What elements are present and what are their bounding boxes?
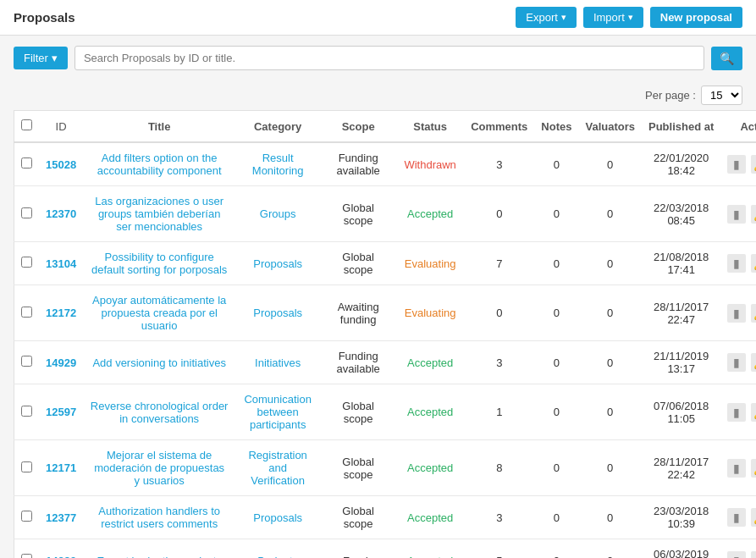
row-checkbox[interactable] <box>21 157 32 169</box>
row-status: Accepted <box>396 186 464 242</box>
row-scope: Funding available <box>320 142 396 186</box>
row-published: 21/08/2018 17:41 <box>642 242 720 285</box>
action-edit-button[interactable]: ▮ <box>727 205 746 224</box>
search-button[interactable]: 🔍 <box>711 47 742 70</box>
row-comments: 0 <box>464 285 534 341</box>
action-edit-button[interactable]: ▮ <box>727 353 746 372</box>
row-scope: Funding available <box>320 341 396 384</box>
row-status: Accepted <box>396 440 464 496</box>
row-title[interactable]: Reverse chronological order in conversat… <box>83 384 235 440</box>
row-title[interactable]: Possibility to configure default sorting… <box>83 242 235 285</box>
row-status: Accepted <box>396 341 464 384</box>
page-title: Proposals <box>14 10 75 25</box>
table-row: 14929 Add versioning to initiatives Init… <box>14 341 757 384</box>
filter-button[interactable]: Filter ▾ <box>14 47 68 69</box>
action-key-button[interactable]: 🔑 <box>751 551 756 558</box>
action-key-button[interactable]: 🔑 <box>751 304 756 323</box>
row-actions: ▮ 🔑 👁 <box>720 496 756 539</box>
row-notes: 0 <box>534 341 578 384</box>
import-button[interactable]: Import <box>583 7 643 28</box>
per-page-bar: Per page : 15 25 50 <box>0 80 756 110</box>
row-status: Evaluating <box>396 242 464 285</box>
action-key-button[interactable]: 🔑 <box>751 205 756 224</box>
row-actions: ▮ 🔑 👁 <box>720 242 756 285</box>
row-scope: Awaiting funding <box>320 285 396 341</box>
row-checkbox[interactable] <box>21 461 32 472</box>
row-notes: 0 <box>534 384 578 440</box>
action-edit-button[interactable]: ▮ <box>727 459 746 478</box>
row-checkbox-cell <box>14 496 40 539</box>
action-edit-button[interactable]: ▮ <box>727 254 746 273</box>
row-valuators: 0 <box>578 186 642 242</box>
row-comments: 0 <box>464 186 534 242</box>
row-id: 12377 <box>39 496 83 539</box>
table-row: 12597 Reverse chronological order in con… <box>14 384 757 440</box>
filter-arrow-icon: ▾ <box>52 52 58 64</box>
row-status: Accepted <box>396 384 464 440</box>
header-category: Category <box>235 111 320 143</box>
row-valuators: 0 <box>578 384 642 440</box>
row-comments: 7 <box>464 242 534 285</box>
row-id: 12171 <box>39 440 83 496</box>
row-title[interactable]: Apoyar automáticamente la propuesta crea… <box>83 285 235 341</box>
table-row: 15028 Add filters option on the accounta… <box>14 142 757 186</box>
action-key-button[interactable]: 🔑 <box>751 459 756 478</box>
action-key-button[interactable]: 🔑 <box>751 254 756 273</box>
action-edit-button[interactable]: ▮ <box>727 403 746 422</box>
action-edit-button[interactable]: ▮ <box>727 551 746 558</box>
row-checkbox[interactable] <box>21 554 32 558</box>
row-id: 15028 <box>39 142 83 186</box>
action-key-button[interactable]: 🔑 <box>751 155 756 174</box>
row-checkbox[interactable] <box>21 207 32 218</box>
row-comments: 5 <box>464 539 534 559</box>
action-key-button[interactable]: 🔑 <box>751 403 756 422</box>
action-key-button[interactable]: 🔑 <box>751 508 756 527</box>
select-all-checkbox[interactable] <box>21 119 32 130</box>
row-title[interactable]: Export budgeting projects <box>83 539 235 559</box>
row-category: Proposals <box>235 285 320 341</box>
row-published: 07/06/2018 11:05 <box>642 384 720 440</box>
export-button[interactable]: Export <box>516 7 577 28</box>
row-notes: 0 <box>534 539 578 559</box>
row-checkbox[interactable] <box>21 257 32 268</box>
action-edit-button[interactable]: ▮ <box>727 304 746 323</box>
row-checkbox[interactable] <box>21 356 32 367</box>
row-valuators: 0 <box>578 142 642 186</box>
row-title[interactable]: Las organizaciones o user groups también… <box>83 186 235 242</box>
filter-label: Filter <box>24 52 48 64</box>
row-title[interactable]: Add filters option on the accountability… <box>83 142 235 186</box>
row-status: Withdrawn <box>396 142 464 186</box>
action-edit-button[interactable]: ▮ <box>727 508 746 527</box>
action-edit-button[interactable]: ▮ <box>727 155 746 174</box>
row-published: 22/03/2018 08:45 <box>642 186 720 242</box>
row-id: 12597 <box>39 384 83 440</box>
row-comments: 3 <box>464 142 534 186</box>
new-proposal-button[interactable]: New proposal <box>650 7 742 28</box>
row-checkbox[interactable] <box>21 307 32 318</box>
row-id: 14289 <box>39 539 83 559</box>
row-published: 22/01/2020 18:42 <box>642 142 720 186</box>
row-title[interactable]: Mejorar el sistema de moderación de prop… <box>83 440 235 496</box>
row-valuators: 0 <box>578 539 642 559</box>
row-title[interactable]: Add versioning to initiatives <box>83 341 235 384</box>
row-actions: ▮ 🔑 👁 <box>720 440 756 496</box>
row-actions: ▮ 🔑 👁 <box>720 341 756 384</box>
search-input[interactable] <box>74 46 704 70</box>
row-title[interactable]: Authorization handlers to restrict users… <box>83 496 235 539</box>
row-category: Registration and Verification <box>235 440 320 496</box>
row-published: 28/11/2017 22:47 <box>642 285 720 341</box>
row-checkbox-cell <box>14 341 40 384</box>
row-checkbox-cell <box>14 539 40 559</box>
row-published: 06/03/2019 13:27 <box>642 539 720 559</box>
per-page-select[interactable]: 15 25 50 <box>701 86 742 105</box>
row-published: 21/11/2019 13:17 <box>642 341 720 384</box>
row-status: Accepted <box>396 539 464 559</box>
row-checkbox[interactable] <box>21 511 32 522</box>
row-scope: Global scope <box>320 186 396 242</box>
header-valuators: Valuators <box>578 111 642 143</box>
row-valuators: 0 <box>578 242 642 285</box>
row-status: Evaluating <box>396 285 464 341</box>
row-comments: 8 <box>464 440 534 496</box>
action-key-button[interactable]: 🔑 <box>751 353 756 372</box>
row-checkbox[interactable] <box>21 406 32 417</box>
